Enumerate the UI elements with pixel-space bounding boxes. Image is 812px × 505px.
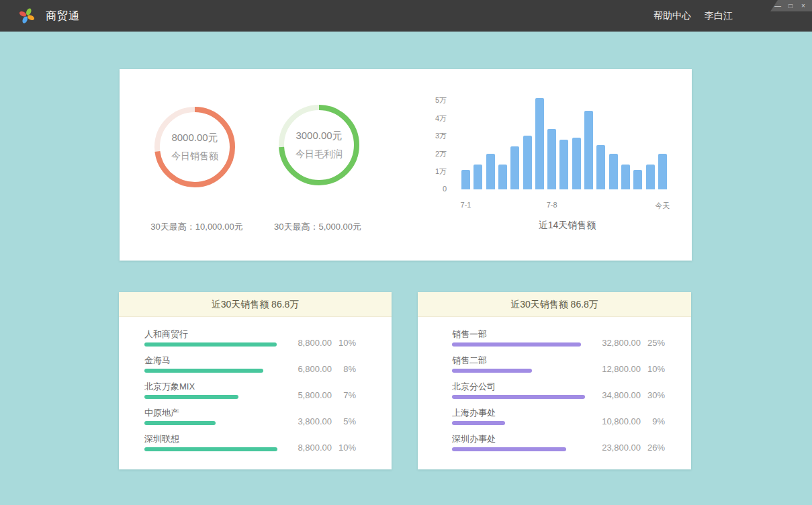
help-center-link[interactable]: 帮助中心 <box>653 0 691 32</box>
item-name: 北京分公司 <box>452 381 585 392</box>
app-window: { "window": { "app_title": "商贸通", "help_… <box>0 0 812 505</box>
item-value: 8,800.00 <box>289 338 332 348</box>
today-profit-donut-ring <box>277 103 361 187</box>
item-percent: 9% <box>641 416 665 426</box>
y-axis-tick-label: 5万 <box>415 95 447 105</box>
chart-bar <box>646 165 655 189</box>
item-percent: 30% <box>641 390 665 400</box>
item-percent: 7% <box>332 390 356 400</box>
item-value: 8,800.00 <box>289 443 332 453</box>
item-name: 中原地产 <box>144 408 216 418</box>
chart-bar <box>535 98 544 189</box>
overview-panel: 8000.00元 今日销售额 30天最高：10,000.00元 3000.00元… <box>120 69 692 261</box>
chart-bar <box>658 154 667 189</box>
chart-bar <box>596 145 605 190</box>
item-value: 5,800.00 <box>289 390 332 400</box>
item-percent: 25% <box>641 338 665 348</box>
item-value: 3,800.00 <box>289 416 332 426</box>
item-progress-bar <box>144 447 277 451</box>
department-sales-list: 销售一部32,800.0025%销售二部12,800.0010%北京分公司34,… <box>418 317 691 451</box>
item-progress-bar <box>144 369 263 373</box>
x-axis-tick-label: 7-1 <box>451 201 481 209</box>
today-profit-30d-max: 30天最高：5,000.00元 <box>240 221 395 233</box>
customer-sales-panel-title: 近30天销售额 86.8万 <box>119 292 392 317</box>
list-item: 深圳办事处23,800.0026% <box>418 434 691 451</box>
item-percent: 10% <box>332 443 356 453</box>
app-title: 商贸通 <box>46 0 80 32</box>
item-value: 34,800.00 <box>598 390 641 400</box>
item-progress-bar <box>452 447 566 451</box>
x-axis-tick-label: 今天 <box>647 201 677 211</box>
item-name: 销售一部 <box>452 329 581 340</box>
bar-chart-plot-area <box>461 89 673 189</box>
item-value: 6,800.00 <box>289 364 332 374</box>
item-progress-bar <box>452 369 532 373</box>
y-axis-tick-label: 2万 <box>415 149 447 159</box>
today-sales-donut: 8000.00元 今日销售额 <box>153 105 236 189</box>
list-item: 销售二部12,800.0010% <box>418 355 691 373</box>
department-sales-panel-title: 近30天销售额 86.8万 <box>418 292 691 317</box>
item-percent: 10% <box>641 364 665 374</box>
item-progress-bar <box>452 395 585 399</box>
chart-bar <box>461 170 470 189</box>
y-axis-tick-label: 3万 <box>415 131 447 141</box>
item-percent: 10% <box>332 338 356 348</box>
item-name: 销售二部 <box>452 355 532 366</box>
close-icon[interactable]: × <box>800 1 807 11</box>
item-name: 上海办事处 <box>452 408 505 418</box>
app-logo-pinwheel-icon <box>18 7 36 25</box>
item-name: 深圳联想 <box>144 434 277 445</box>
chart-bar <box>510 146 519 189</box>
chart-bar <box>633 170 642 189</box>
today-sales-donut-ring <box>153 105 236 189</box>
list-item: 人和商贸行8,800.0010% <box>119 329 392 347</box>
item-name: 人和商贸行 <box>144 329 277 340</box>
item-value: 10,800.00 <box>598 416 641 426</box>
department-sales-panel: 近30天销售额 86.8万 销售一部32,800.0025%销售二部12,800… <box>418 292 691 469</box>
user-name-link[interactable]: 李白江 <box>705 0 733 32</box>
today-profit-donut: 3000.00元 今日毛利润 <box>277 103 361 187</box>
item-name: 北京万象MIX <box>144 381 238 392</box>
list-item: 上海办事处10,800.009% <box>418 408 691 425</box>
item-percent: 26% <box>641 443 665 453</box>
list-item: 销售一部32,800.0025% <box>418 329 691 347</box>
maximize-icon[interactable]: □ <box>787 1 794 11</box>
chart-bar <box>559 140 568 190</box>
chart-bar <box>572 138 581 189</box>
list-item: 金海马6,800.008% <box>119 355 392 373</box>
customer-sales-panel: 近30天销售额 86.8万 人和商贸行8,800.0010%金海马6,800.0… <box>119 292 392 469</box>
chart-bar <box>498 165 507 189</box>
item-value: 32,800.00 <box>598 338 641 348</box>
chart-bar <box>621 165 630 189</box>
list-item: 中原地产3,800.005% <box>119 408 392 425</box>
chart-bar <box>523 136 532 189</box>
customer-sales-list: 人和商贸行8,800.0010%金海马6,800.008%北京万象MIX5,80… <box>119 317 392 451</box>
list-item: 北京分公司34,800.0030% <box>418 381 691 399</box>
item-value: 23,800.00 <box>598 443 641 453</box>
chart-bar <box>473 165 482 189</box>
item-percent: 5% <box>332 416 356 426</box>
item-name: 深圳办事处 <box>452 434 566 445</box>
x-axis-tick-label: 7-8 <box>537 201 567 209</box>
bar-chart-title: 近14天销售额 <box>461 220 673 232</box>
item-percent: 8% <box>332 364 356 374</box>
chart-bar <box>486 154 495 189</box>
y-axis-tick-label: 0 <box>415 185 447 193</box>
window-controls: — □ × <box>770 0 812 11</box>
chart-bar <box>547 129 556 189</box>
y-axis-tick-label: 4万 <box>415 113 447 124</box>
item-progress-bar <box>144 421 216 425</box>
minimize-icon[interactable]: — <box>774 1 781 11</box>
item-progress-bar <box>144 395 238 399</box>
item-value: 12,800.00 <box>598 364 641 374</box>
item-progress-bar <box>144 342 277 347</box>
list-item: 深圳联想8,800.0010% <box>119 434 392 451</box>
item-progress-bar <box>452 342 581 347</box>
chart-bar <box>584 111 593 189</box>
chart-bar <box>609 154 618 189</box>
item-progress-bar <box>452 421 505 425</box>
title-bar: 商贸通 帮助中心 李白江 — □ × <box>0 0 812 32</box>
list-item: 北京万象MIX5,800.007% <box>119 381 392 399</box>
item-name: 金海马 <box>144 355 263 366</box>
y-axis-tick-label: 1万 <box>415 167 447 177</box>
